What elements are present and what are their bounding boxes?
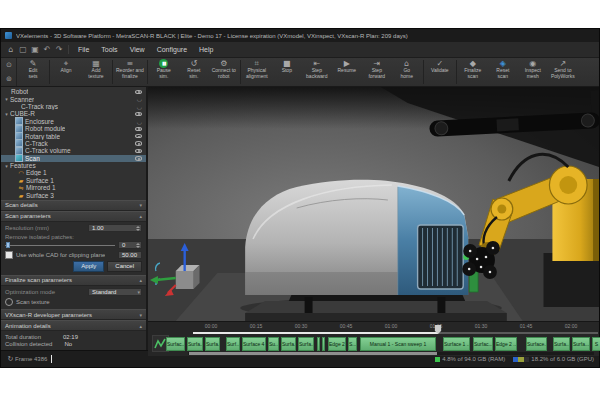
add-texture-button[interactable]: ▦ Add texture bbox=[81, 58, 111, 86]
timeline-segment[interactable]: Surf... bbox=[226, 337, 240, 351]
step-backward-button[interactable]: ⇤ Step backward bbox=[302, 58, 332, 86]
panel-header-scan-details[interactable]: Scan details ▾ bbox=[1, 200, 146, 211]
menu-file[interactable]: File bbox=[72, 42, 95, 57]
eye-icon[interactable] bbox=[135, 149, 142, 153]
panel-header-developer[interactable]: VXscan-R developer parameters ▾ bbox=[1, 309, 146, 320]
save-icon[interactable]: ▣ bbox=[29, 43, 41, 56]
chevron-down-icon[interactable]: ▾ bbox=[3, 96, 10, 102]
timeline-segment[interactable]: Surfa... bbox=[572, 337, 590, 351]
go-home-button[interactable]: ⌂ Go home bbox=[392, 58, 422, 86]
tree-item-scanner[interactable]: ▾ Scanner ◡ bbox=[1, 95, 146, 102]
eye-icon[interactable] bbox=[135, 112, 142, 116]
tree-item-ctrack-rays[interactable]: C-Track rays ◡ bbox=[1, 103, 146, 110]
menu-tools[interactable]: Tools bbox=[95, 42, 123, 57]
patches-slider[interactable] bbox=[5, 242, 115, 249]
viewport-3d[interactable] bbox=[148, 87, 599, 321]
menu-configure[interactable]: Configure bbox=[151, 42, 193, 57]
panel-header-scan-parameters[interactable]: Scan parameters ▴ bbox=[1, 211, 146, 222]
scrollbar-thumb[interactable] bbox=[189, 352, 437, 355]
timeline-segment[interactable]: Edge 2 ... bbox=[495, 337, 517, 351]
eye-off-icon[interactable]: ◡ bbox=[137, 103, 142, 110]
stop-button[interactable]: ■ Stop bbox=[272, 58, 302, 86]
new-session-icon[interactable]: ▢ bbox=[17, 43, 29, 56]
redo-icon[interactable]: ↷ bbox=[53, 43, 65, 56]
timeline-segment[interactable]: Surfa... bbox=[205, 337, 220, 351]
tree-item-mirrored-1[interactable]: ⇋ Mirrored 1 bbox=[1, 184, 146, 191]
timeline-segment[interactable] bbox=[317, 337, 320, 351]
tree-item-robot[interactable]: Robot bbox=[1, 88, 146, 95]
viewer-icon[interactable]: ⊙ bbox=[3, 61, 15, 69]
camera-icon[interactable]: ⊚ bbox=[3, 75, 15, 83]
tree-item-edge-1[interactable]: ◠ Edge 1 bbox=[1, 169, 146, 176]
home-icon[interactable]: ⌂ bbox=[5, 43, 17, 56]
timeline-segment[interactable]: S bbox=[592, 337, 600, 351]
optimization-select[interactable]: Standard ▾ bbox=[88, 288, 142, 296]
undo-icon[interactable]: ↶ bbox=[41, 43, 53, 56]
eye-icon[interactable] bbox=[135, 156, 142, 160]
panel-header-finalize-scan[interactable]: Finalize scan parameters ▴ bbox=[1, 275, 146, 286]
pause-sim-button[interactable]: ▮▮ Pause sim. bbox=[149, 58, 179, 86]
timeline-segment[interactable]: Manual 1 - Scan sweep 1 bbox=[360, 337, 436, 351]
eye-off-icon[interactable]: ◡ bbox=[137, 95, 142, 102]
slider-thumb[interactable] bbox=[6, 242, 10, 248]
timeline-segment[interactable]: Surfac... bbox=[473, 337, 493, 351]
menu-view[interactable]: View bbox=[124, 42, 151, 57]
edit-sets-button[interactable]: ✎ Edit sets bbox=[18, 58, 48, 86]
reset-sim-button[interactable]: ↺ Reset sim. bbox=[179, 58, 209, 86]
timeline-segment[interactable]: Surface 1 ... bbox=[443, 337, 470, 351]
spinner-icon[interactable] bbox=[136, 243, 140, 248]
timeline-segment[interactable]: Surface... bbox=[526, 337, 547, 351]
apply-button[interactable]: Apply bbox=[73, 261, 104, 272]
timeline-segment[interactable]: Surfa... bbox=[281, 337, 296, 351]
spinner-icon[interactable] bbox=[136, 226, 140, 231]
timeline-segment[interactable]: Surfa... bbox=[187, 337, 203, 351]
progress-remaining[interactable] bbox=[438, 332, 598, 334]
clipping-checkbox[interactable] bbox=[5, 251, 13, 259]
resume-button[interactable]: ▶ Resume bbox=[332, 58, 362, 86]
patches-input[interactable]: 0 bbox=[118, 241, 142, 249]
validate-button[interactable]: ✓ Validate bbox=[425, 58, 455, 86]
eye-off-icon[interactable]: ◡ bbox=[137, 118, 142, 125]
panel-header-animation[interactable]: Animation details ▴ bbox=[1, 320, 146, 331]
eye-icon[interactable] bbox=[135, 134, 142, 138]
physical-alignment-button[interactable]: ⌗ Physical alignment bbox=[242, 58, 272, 86]
tree-item-label: C-Track bbox=[25, 140, 48, 147]
menu-help[interactable]: Help bbox=[193, 42, 219, 57]
cancel-button[interactable]: Cancel bbox=[107, 261, 142, 272]
reset-scan-button[interactable]: ◈ Reset scan bbox=[488, 58, 518, 86]
timeline-segment[interactable] bbox=[322, 337, 325, 351]
eye-icon[interactable] bbox=[135, 141, 142, 145]
ram-indicator-icon bbox=[435, 357, 440, 362]
eye-icon[interactable] bbox=[135, 90, 142, 94]
send-polyworks-button[interactable]: ↗ Send to PolyWorks bbox=[548, 58, 578, 86]
timeline-segment[interactable]: Surface 4 ... bbox=[242, 337, 266, 351]
refresh-icon[interactable]: ↻ bbox=[6, 353, 15, 366]
timeline-scrollbar[interactable] bbox=[188, 352, 594, 355]
align-button[interactable]: ⌖ Align bbox=[51, 58, 81, 86]
connect-robot-button[interactable]: ⚙ Connect to robot bbox=[209, 58, 239, 86]
timeline-segment[interactable]: Surfac... bbox=[166, 337, 185, 351]
clipping-input[interactable]: 50.00 bbox=[118, 251, 142, 259]
tree-item-scan[interactable]: Scan bbox=[1, 155, 146, 162]
finalize-scan-button[interactable]: ◆ Finalize scan bbox=[458, 58, 488, 86]
progress-elapsed[interactable] bbox=[193, 332, 438, 334]
resolution-input[interactable]: 1.00 bbox=[88, 224, 142, 232]
timeline-segment[interactable]: Surfa... bbox=[298, 337, 314, 351]
step-forward-button[interactable]: ⇥ Step forward bbox=[362, 58, 392, 86]
chevron-down-icon[interactable]: ▾ bbox=[3, 111, 10, 117]
timeline-segment[interactable]: Surfa... bbox=[553, 337, 570, 351]
timeline-segment[interactable]: Edge 2 ... bbox=[328, 337, 346, 351]
truck-hood-model[interactable] bbox=[245, 180, 468, 295]
duration-value: 02:19 bbox=[63, 334, 78, 340]
tree-item-surface-1[interactable]: ▰ Surface 1 bbox=[1, 177, 146, 184]
inspect-mesh-button[interactable]: ◉ Inspect mesh bbox=[518, 58, 548, 86]
eye-icon[interactable] bbox=[135, 127, 142, 131]
chevron-down-icon[interactable]: ▾ bbox=[3, 163, 10, 169]
title-bar[interactable]: VXelements - 3D Software Platform - Metr… bbox=[1, 29, 599, 42]
timeline-segment[interactable]: S... bbox=[348, 337, 357, 351]
timeline-segment[interactable]: Su... bbox=[268, 337, 279, 351]
reorder-finalize-button[interactable]: ≡ Reorder and finalize bbox=[114, 58, 146, 86]
tree-item-features[interactable]: ▾ Features bbox=[1, 162, 146, 169]
texture-checkbox[interactable] bbox=[5, 298, 13, 306]
tree-item-surface-3[interactable]: ▰ Surface 3 bbox=[1, 191, 146, 198]
